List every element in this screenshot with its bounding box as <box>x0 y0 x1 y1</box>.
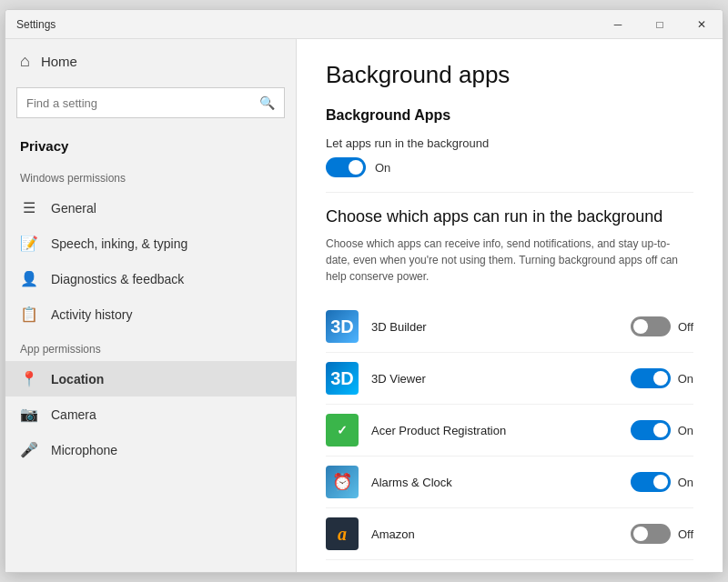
background-apps-section-title: Background Apps <box>326 107 693 124</box>
app-icon-acer: ✓ <box>326 414 359 447</box>
toggle-knob-3d-builder <box>633 319 648 334</box>
app-toggle-area-3d-builder: Off <box>631 316 693 336</box>
app-toggle-area-amazon: Off <box>631 524 693 544</box>
sidebar-item-label-activity: Activity history <box>51 307 132 322</box>
page-title: Background apps <box>326 61 693 89</box>
window-title: Settings <box>16 18 56 31</box>
app-toggle-area-3d-viewer: On <box>631 368 693 388</box>
maximize-button[interactable]: □ <box>639 10 681 39</box>
privacy-header: Privacy <box>5 129 296 161</box>
search-icon: 🔍 <box>259 95 275 110</box>
home-icon: ⌂ <box>20 52 30 71</box>
titlebar: Settings ─ □ ✕ <box>5 10 723 39</box>
app-icon-3d-builder: 3D <box>326 310 359 343</box>
search-input[interactable] <box>26 96 259 110</box>
activity-icon: 📋 <box>20 306 38 323</box>
sidebar-item-microphone[interactable]: 🎤 Microphone <box>5 432 296 467</box>
sidebar-item-location[interactable]: 📍 Location <box>5 361 296 396</box>
app-icon-3d-viewer: 3D <box>326 362 359 395</box>
app-toggle-area-acer: On <box>631 420 693 440</box>
sidebar-item-speech[interactable]: 📝 Speech, inking, & typing <box>5 226 296 261</box>
app-row-alarms: ⏰Alarms & ClockOn <box>326 457 693 508</box>
app-row-acer: ✓Acer Product RegistrationOn <box>326 405 693 457</box>
section-description: Choose which apps can receive info, send… <box>326 236 693 285</box>
search-box: 🔍 <box>16 87 285 118</box>
app-toggle-acer[interactable] <box>631 420 671 440</box>
app-row-3d-builder: 3D3D BuilderOff <box>326 301 693 353</box>
sidebar-item-label-general: General <box>51 201 96 216</box>
let-apps-run-label: Let apps run in the background <box>326 136 693 150</box>
sidebar-item-label-camera: Camera <box>51 407 96 422</box>
home-button[interactable]: ⌂ Home <box>5 39 296 84</box>
app-name-alarms: Alarms & Clock <box>371 476 631 489</box>
app-name-3d-builder: 3D Builder <box>371 320 631 334</box>
app-permissions-label: App permissions <box>5 332 296 361</box>
app-toggle-3d-viewer[interactable] <box>631 368 671 388</box>
main-toggle-knob <box>349 160 363 175</box>
location-icon: 📍 <box>20 370 38 387</box>
main-toggle[interactable] <box>326 157 366 177</box>
close-button[interactable]: ✕ <box>681 10 723 39</box>
main-toggle-state: On <box>375 161 390 175</box>
app-state-label-alarms: On <box>678 476 693 489</box>
settings-window: Settings ─ □ ✕ ⌂ Home 🔍 Privacy Windows … <box>5 9 723 573</box>
app-list: 3D3D BuilderOff3D3D ViewerOn✓Acer Produc… <box>326 301 693 560</box>
app-toggle-3d-builder[interactable] <box>631 316 671 336</box>
general-icon: ☰ <box>20 199 38 216</box>
toggle-knob-3d-viewer <box>653 371 668 386</box>
diagnostics-icon: 👤 <box>20 270 38 287</box>
right-panel: Background apps Background Apps Let apps… <box>297 39 723 572</box>
sidebar-item-label-diagnostics: Diagnostics & feedback <box>51 272 184 286</box>
app-state-label-acer: On <box>678 424 693 437</box>
sidebar-item-label-microphone: Microphone <box>51 443 117 457</box>
app-row-3d-viewer: 3D3D ViewerOn <box>326 353 693 405</box>
sidebar-item-label-location: Location <box>51 372 104 386</box>
app-state-label-3d-viewer: On <box>678 372 693 386</box>
sidebar-item-diagnostics[interactable]: 👤 Diagnostics & feedback <box>5 261 296 296</box>
main-content: ⌂ Home 🔍 Privacy Windows permissions ☰ G… <box>5 39 723 572</box>
app-name-acer: Acer Product Registration <box>371 424 631 437</box>
app-state-label-amazon: Off <box>678 527 693 541</box>
sidebar: ⌂ Home 🔍 Privacy Windows permissions ☰ G… <box>5 39 297 572</box>
app-state-label-3d-builder: Off <box>678 320 693 334</box>
app-name-3d-viewer: 3D Viewer <box>371 372 631 386</box>
sidebar-item-activity[interactable]: 📋 Activity history <box>5 296 296 332</box>
toggle-knob-acer <box>653 423 668 437</box>
minimize-button[interactable]: ─ <box>597 10 639 39</box>
speech-icon: 📝 <box>20 235 38 252</box>
sidebar-item-label-speech: Speech, inking, & typing <box>51 236 187 251</box>
divider-1 <box>326 192 693 193</box>
home-label: Home <box>41 54 77 69</box>
camera-icon: 📷 <box>20 406 38 423</box>
microphone-icon: 🎤 <box>20 441 38 458</box>
toggle-knob-alarms <box>653 475 668 489</box>
app-row-amazon: aAmazonOff <box>326 508 693 560</box>
choose-title: Choose which apps can run in the backgro… <box>326 207 693 226</box>
app-toggle-amazon[interactable] <box>631 524 671 544</box>
app-name-amazon: Amazon <box>371 527 631 541</box>
toggle-knob-amazon <box>633 527 648 541</box>
main-toggle-row: On <box>326 157 693 177</box>
app-toggle-area-alarms: On <box>631 472 693 492</box>
app-icon-amazon: a <box>326 517 359 550</box>
titlebar-controls: ─ □ ✕ <box>597 10 723 38</box>
app-icon-alarms: ⏰ <box>326 466 359 498</box>
app-toggle-alarms[interactable] <box>631 472 671 492</box>
sidebar-item-general[interactable]: ☰ General <box>5 190 296 226</box>
windows-permissions-label: Windows permissions <box>5 161 296 190</box>
sidebar-item-camera[interactable]: 📷 Camera <box>5 396 296 432</box>
